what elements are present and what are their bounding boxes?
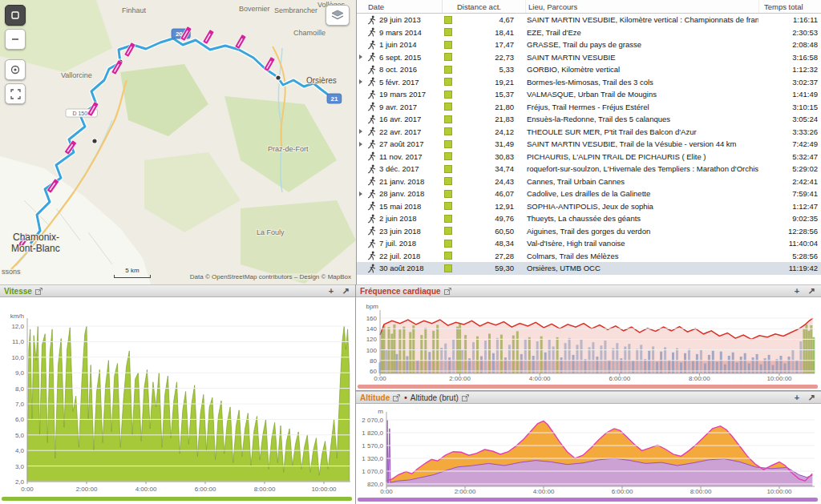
maximize-chart-button[interactable]: ↗ bbox=[806, 393, 817, 403]
table-row[interactable]: 9 avr. 201721,80Fréjus, Trail Hermes - F… bbox=[357, 101, 821, 114]
table-row[interactable]: 1 juin 201417,47GRASSE, Trail du pays de… bbox=[357, 38, 821, 51]
table-row[interactable]: 16 avr. 201721,83Ensuès-la-Redonne, Trai… bbox=[357, 113, 821, 126]
table-row[interactable]: 9 mars 201418,41EZE, Trail d'Eze2:30:53 bbox=[357, 26, 821, 39]
map-place-label: ssons bbox=[2, 268, 21, 276]
y-axis-label: 4,0 bbox=[15, 447, 25, 454]
row-expander[interactable] bbox=[357, 126, 365, 139]
detach-icon[interactable] bbox=[444, 288, 452, 295]
altitude-chart[interactable]: 2 070,01 820,01 570,01 320,01 070,0820,0… bbox=[356, 404, 821, 503]
table-row[interactable]: 3 déc. 201734,74roquefort-sur-soulzon, L… bbox=[357, 163, 821, 175]
map-layers-button[interactable] bbox=[326, 5, 350, 26]
y-axis-label: 1 320,0 bbox=[362, 455, 383, 462]
speed-chart[interactable]: 12,011,010,09,08,07,06,05,04,03,02,00:00… bbox=[0, 297, 355, 502]
tour-place: PICHAURIS, L'ALPIN TRAIL DE PICHAURIS ( … bbox=[525, 151, 758, 163]
row-expander[interactable] bbox=[357, 76, 365, 89]
tour-date: 29 juin 2013 bbox=[378, 14, 442, 26]
tour-time: 2:08:48 bbox=[758, 38, 821, 51]
poi-dot[interactable] bbox=[92, 139, 97, 143]
table-row[interactable]: 15 mai 201812,91SOPHIA-ANTIPOLIS, Jeux d… bbox=[357, 200, 821, 213]
map-panel[interactable]: 20321D 1506 FinhautBovernierSembrancherV… bbox=[0, 0, 356, 284]
tour-time: 1:41:49 bbox=[758, 88, 821, 101]
tour-time: 3:10:15 bbox=[758, 101, 821, 114]
axis-unit-label: bpm bbox=[366, 303, 378, 310]
column-header-date[interactable]: Date bbox=[357, 0, 442, 13]
tour-place: SOPHIA-ANTIPOLIS, Jeux de sophia bbox=[525, 200, 758, 213]
table-row[interactable]: 6 sept. 201522,73SAINT MARTIN VESUBIE3:1… bbox=[357, 51, 821, 64]
distance-bar-icon bbox=[444, 53, 452, 61]
y-axis-label: 1 570,0 bbox=[362, 442, 383, 450]
maximize-chart-button[interactable]: ↗ bbox=[340, 286, 351, 296]
tour-date: 30 août 2018 bbox=[378, 262, 442, 275]
row-expander[interactable] bbox=[357, 138, 365, 151]
column-header-distance[interactable]: Distance act. bbox=[442, 0, 525, 13]
zoom-range-slider[interactable] bbox=[2, 497, 352, 501]
y-axis-label: 2 070,0 bbox=[362, 417, 383, 424]
y-axis-label: 10,0 bbox=[11, 354, 24, 361]
table-row[interactable]: 11 nov. 201730,83PICHAURIS, L'ALPIN TRAI… bbox=[357, 151, 821, 163]
altitude-chart-title: Altitude bbox=[360, 393, 390, 402]
runner-icon bbox=[367, 27, 376, 37]
table-row[interactable]: 5 févr. 201719,21Bormes-les-Mimosas, Tra… bbox=[357, 76, 821, 89]
row-expander[interactable] bbox=[357, 51, 365, 64]
detach-icon[interactable] bbox=[393, 394, 401, 401]
tour-distance: 30,83 bbox=[455, 151, 516, 163]
y-axis-label: 820,0 bbox=[367, 481, 384, 488]
heart-rate-chart-header: Fréquence cardiaque + ↗ bbox=[356, 284, 821, 297]
tour-time: 5:28:56 bbox=[758, 250, 821, 263]
column-header-time[interactable]: Temps total bbox=[758, 0, 821, 13]
zoom-range-slider[interactable] bbox=[358, 498, 818, 502]
fullscreen-button[interactable] bbox=[5, 83, 26, 104]
row-expander bbox=[357, 200, 365, 213]
x-axis-label: 6:00:00 bbox=[609, 375, 630, 382]
x-axis-label: 6:00:00 bbox=[612, 488, 633, 495]
distance-bar-icon bbox=[444, 103, 452, 111]
table-row[interactable]: 30 août 201859,30Orsières, UTMB OCC11:19… bbox=[357, 262, 821, 275]
tour-time: 2:30:53 bbox=[758, 26, 821, 39]
add-chart-button[interactable]: + bbox=[791, 393, 803, 402]
tour-date: 28 janv. 2018 bbox=[378, 187, 442, 200]
locate-button[interactable] bbox=[5, 59, 26, 80]
runner-icon bbox=[367, 90, 376, 99]
table-row[interactable]: 19 mars 201715,37VALMASQUE, Urban Trail … bbox=[357, 88, 821, 101]
tour-distance: 21,83 bbox=[455, 113, 516, 126]
table-row[interactable]: 21 janv. 201824,43Cannes, Trail Urbain C… bbox=[357, 175, 821, 188]
map-canvas[interactable]: 20321D 1506 FinhautBovernierSembrancherV… bbox=[0, 0, 356, 284]
distance-bar-icon bbox=[444, 115, 452, 123]
row-expander bbox=[357, 63, 365, 76]
heart-rate-chart[interactable]: 16014012010080600:002:00:004:00:006:00:0… bbox=[356, 297, 821, 390]
runner-icon bbox=[367, 164, 376, 174]
add-chart-button[interactable]: + bbox=[326, 286, 337, 296]
maximize-chart-button[interactable]: ↗ bbox=[806, 286, 817, 296]
x-axis-label: 0:00 bbox=[380, 488, 393, 495]
detach-icon[interactable] bbox=[35, 288, 43, 295]
tour-place: Ensuès-la-Redonne, Trail des 5 calanques bbox=[525, 113, 758, 126]
table-row[interactable]: 7 juil. 201848,34Val-d'Isère, High trail… bbox=[357, 237, 821, 250]
poi-dot[interactable] bbox=[276, 75, 281, 80]
x-axis-label: 8:00:00 bbox=[689, 375, 710, 382]
table-row[interactable]: 22 juil. 201827,28Colmars, Trail des Mél… bbox=[357, 250, 821, 263]
tour-distance: 4,67 bbox=[455, 14, 516, 26]
tour-table-body: 29 juin 20134,67SAINT MARTIN VESUBIE, Ki… bbox=[357, 14, 821, 284]
table-row[interactable]: 2 juin 201849,76Thueyts, La chaussée des… bbox=[357, 212, 821, 225]
tour-distance: 19,21 bbox=[455, 76, 516, 89]
row-expander[interactable] bbox=[357, 187, 365, 200]
map-options-button[interactable] bbox=[5, 5, 26, 26]
zoom-range-slider[interactable] bbox=[358, 385, 818, 389]
table-row[interactable]: 8 oct. 20165,33GORBIO, Kilomètre vertica… bbox=[357, 63, 821, 76]
tour-time: 3:05:24 bbox=[758, 113, 821, 126]
table-row[interactable]: 28 janv. 201846,07Cadolive, Les drailles… bbox=[357, 187, 821, 200]
table-row[interactable]: 27 août 201731,49SAINT MARTIN VESUBIE, T… bbox=[357, 138, 821, 151]
y-axis-label: 8,0 bbox=[15, 385, 25, 393]
application-window: 20321D 1506 FinhautBovernierSembrancherV… bbox=[0, 0, 821, 504]
column-header-place[interactable]: Lieu, Parcours bbox=[525, 0, 758, 13]
x-axis-label: 0:00 bbox=[374, 375, 386, 382]
expander-triangle-icon bbox=[359, 142, 362, 147]
table-row[interactable]: 22 avr. 201724,12THEOULE SUR MER, P'tit … bbox=[357, 126, 821, 139]
tour-distance: 5,33 bbox=[455, 63, 516, 76]
zoom-out-button[interactable] bbox=[5, 29, 26, 50]
row-expander bbox=[357, 212, 365, 225]
add-chart-button[interactable]: + bbox=[791, 286, 803, 296]
table-row[interactable]: 29 juin 20134,67SAINT MARTIN VESUBIE, Ki… bbox=[357, 14, 821, 26]
detach-icon[interactable] bbox=[462, 394, 470, 401]
table-row[interactable]: 23 juin 201860,50Aiguines, Trail des gor… bbox=[357, 225, 821, 238]
